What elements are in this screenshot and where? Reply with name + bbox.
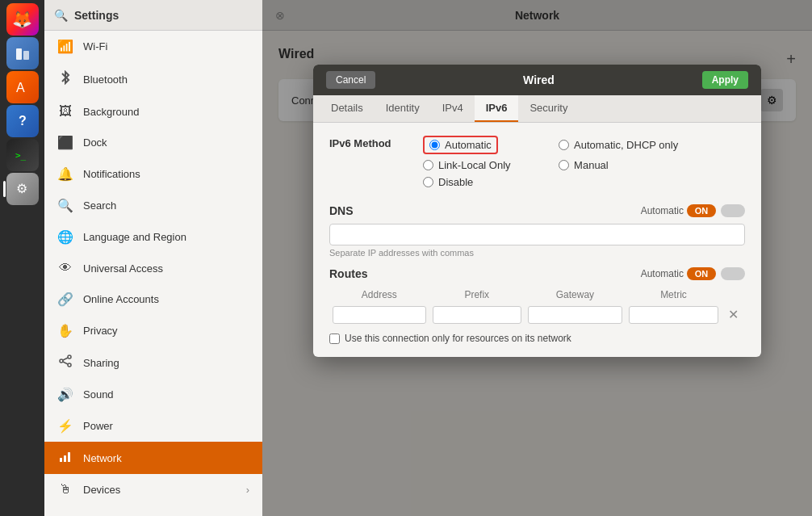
- sidebar-item-wifi[interactable]: 📶 Wi-Fi: [44, 31, 262, 62]
- sidebar-item-wifi-label: Wi-Fi: [83, 40, 107, 52]
- tab-ipv4[interactable]: IPv4: [431, 95, 475, 122]
- svg-point-7: [60, 359, 63, 363]
- dns-input[interactable]: [329, 224, 745, 245]
- dialog-body: IPv6 Method Automatic Automatic, DHCP on…: [313, 123, 761, 357]
- routes-auto-label: Automatic: [641, 268, 684, 279]
- sidebar-item-devices[interactable]: 🖱 Devices ›: [44, 474, 262, 505]
- svg-line-9: [63, 358, 68, 360]
- sidebar-item-online-accounts-label: Online Accounts: [83, 293, 159, 305]
- ipv6-manual-label: Manual: [574, 159, 609, 171]
- ipv6-automatic-dhcp-option[interactable]: Automatic, DHCP only: [559, 136, 678, 154]
- network-icon: [57, 450, 73, 466]
- sidebar-item-bluetooth-label: Bluetooth: [83, 73, 128, 86]
- ipv6-options: Automatic Automatic, DHCP only Link-Loca…: [423, 136, 678, 188]
- sidebar-item-online-accounts[interactable]: 🔗 Online Accounts: [44, 283, 262, 315]
- sidebar-item-network-label: Network: [83, 452, 122, 464]
- tab-security[interactable]: Security: [518, 95, 579, 122]
- ipv6-link-local-option[interactable]: Link-Local Only: [423, 159, 542, 171]
- routes-remove-button[interactable]: ✕: [725, 305, 742, 324]
- wired-dialog: Cancel Wired Apply Details Identity IPv4…: [313, 65, 761, 357]
- dns-auto-toggle: Automatic ON: [641, 204, 745, 217]
- sidebar-item-universal-access-label: Universal Access: [83, 262, 163, 275]
- sidebar-item-dock[interactable]: ⬛ Dock: [44, 127, 262, 158]
- svg-rect-1: [23, 51, 29, 60]
- ipv6-disable-radio[interactable]: [423, 177, 433, 187]
- sidebar-item-universal-access[interactable]: 👁 Universal Access: [44, 253, 262, 283]
- routes-row: ✕: [329, 303, 745, 326]
- sidebar-item-background-label: Background: [83, 106, 139, 118]
- routes-prefix-input[interactable]: [433, 306, 521, 324]
- dns-toggle-slider[interactable]: [721, 204, 745, 217]
- sidebar-item-power[interactable]: ⚡ Power: [44, 410, 262, 442]
- svg-rect-0: [16, 48, 22, 60]
- ipv6-automatic-radio[interactable]: [429, 140, 440, 150]
- ipv6-link-local-label: Link-Local Only: [438, 159, 511, 171]
- sidebar-item-privacy[interactable]: ✋ Privacy: [44, 315, 262, 346]
- sidebar-item-bluetooth[interactable]: Bluetooth: [44, 62, 262, 96]
- wifi-icon: 📶: [57, 39, 73, 54]
- svg-text:A: A: [16, 81, 25, 94]
- devices-arrow-icon: ›: [246, 484, 249, 496]
- sidebar-item-devices-label: Devices: [83, 484, 120, 496]
- application-dock: 🦊 A ? >_ ⚙: [0, 0, 44, 516]
- help-dock-icon[interactable]: ?: [6, 105, 39, 137]
- svg-point-8: [68, 363, 71, 367]
- svg-point-6: [68, 355, 71, 359]
- sidebar-item-search[interactable]: 🔍 Search: [44, 190, 262, 221]
- dns-auto-label: Automatic: [641, 205, 684, 216]
- svg-line-10: [63, 362, 68, 364]
- dns-hint: Separate IP addresses with commas: [329, 248, 745, 258]
- terminal-dock-icon[interactable]: >_: [6, 139, 39, 171]
- search-icon: 🔍: [57, 198, 73, 213]
- sidebar-item-language[interactable]: 🌐 Language and Region: [44, 221, 262, 253]
- routes-toggle-slider[interactable]: [721, 267, 745, 280]
- sidebar-item-privacy-label: Privacy: [83, 325, 118, 337]
- dns-toggle-button[interactable]: ON: [687, 204, 716, 217]
- routes-address-input[interactable]: [333, 306, 426, 324]
- routes-metric-input[interactable]: [629, 306, 718, 324]
- ipv6-manual-option[interactable]: Manual: [559, 159, 678, 171]
- tab-details[interactable]: Details: [320, 95, 375, 122]
- sidebar-item-notifications[interactable]: 🔔 Notifications: [44, 158, 262, 190]
- ipv6-link-local-radio[interactable]: [423, 160, 433, 170]
- dialog-title: Wired: [523, 73, 555, 86]
- dns-section-header: DNS Automatic ON: [329, 204, 745, 217]
- firefox-dock-icon[interactable]: 🦊: [6, 3, 39, 36]
- routes-gateway-header: Gateway: [525, 287, 626, 303]
- svg-rect-12: [64, 455, 66, 462]
- sidebar-item-notifications-label: Notifications: [83, 168, 140, 180]
- sharing-icon: [57, 354, 73, 371]
- sidebar-item-background[interactable]: 🖼 Background: [44, 96, 262, 127]
- files-dock-icon[interactable]: [6, 37, 39, 69]
- settings-dock-icon[interactable]: ⚙: [6, 173, 39, 205]
- devices-icon: 🖱: [57, 482, 73, 497]
- sidebar-item-sharing-label: Sharing: [83, 357, 119, 369]
- sidebar-item-sharing[interactable]: Sharing: [44, 346, 262, 379]
- ipv6-automatic-option[interactable]: Automatic: [423, 136, 542, 154]
- ipv6-manual-radio[interactable]: [559, 160, 569, 170]
- routes-prefix-header: Prefix: [429, 287, 525, 303]
- svg-rect-13: [68, 452, 70, 462]
- sidebar-item-sound[interactable]: 🔊 Sound: [44, 379, 262, 410]
- store-dock-icon[interactable]: A: [6, 71, 39, 103]
- routes-auto-toggle: Automatic ON: [641, 267, 745, 280]
- tab-ipv6[interactable]: IPv6: [475, 95, 519, 122]
- main-content-area: ⊗ Network Wired + Connected ON ⚙ Cancel: [262, 0, 812, 516]
- power-icon: ⚡: [57, 418, 73, 434]
- dialog-cancel-button[interactable]: Cancel: [326, 71, 375, 89]
- dialog-apply-button[interactable]: Apply: [702, 71, 748, 89]
- routes-toggle-button[interactable]: ON: [687, 267, 716, 280]
- ipv6-disable-label: Disable: [438, 176, 473, 188]
- tab-identity[interactable]: Identity: [375, 95, 431, 122]
- routes-gateway-input[interactable]: [528, 306, 622, 324]
- routes-table: Address Prefix Gateway Metric: [329, 287, 745, 326]
- settings-header: 🔍 Settings: [44, 0, 262, 31]
- ipv6-dhcp-radio[interactable]: [559, 140, 569, 150]
- dns-label: DNS: [329, 204, 354, 217]
- bluetooth-icon: [57, 70, 73, 88]
- sidebar-item-network[interactable]: Network: [44, 442, 262, 474]
- sidebar-item-language-label: Language and Region: [83, 231, 186, 243]
- use-for-resources-checkbox[interactable]: [329, 334, 340, 344]
- ipv6-disable-option[interactable]: Disable: [423, 176, 542, 188]
- ipv6-automatic-label: Automatic: [445, 139, 492, 151]
